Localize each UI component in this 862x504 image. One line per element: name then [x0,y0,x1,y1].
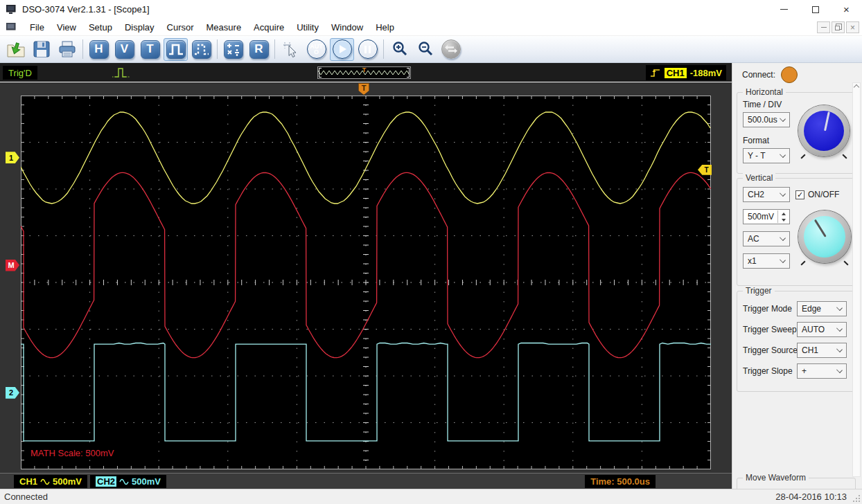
run-button[interactable] [330,38,354,61]
zoom-in-button[interactable] [387,38,412,61]
connect-status-indicator[interactable] [781,66,798,83]
cursor-icon [282,40,300,58]
vertical-button[interactable]: V [112,38,137,61]
menu-measure[interactable]: Measure [200,19,248,35]
ch2-scale: 500mV [132,476,161,487]
horizontal-icon: H [89,40,109,59]
transfer-button[interactable] [439,38,463,61]
spin-up-icon[interactable] [778,210,789,217]
chevron-down-icon [780,190,786,197]
menu-file[interactable]: File [24,19,51,35]
trigger-source-badge: CH1 [665,68,687,78]
document-icon [6,23,17,32]
trigger-source-select[interactable]: CH1 [797,343,847,358]
minimize-icon [780,9,788,10]
probe-select[interactable]: x1 [743,253,790,269]
horizontal-knob[interactable] [798,105,850,156]
mdi-restore-button[interactable] [832,21,845,33]
toolbar-separator [82,39,83,59]
chevron-down-icon [836,305,843,311]
mdi-minimize-button[interactable] [817,21,830,33]
math-button[interactable] [221,38,245,61]
vertical-knob[interactable] [798,210,851,263]
panel-scrollbar[interactable] [852,82,861,477]
trigger-position-marker[interactable]: T [358,83,369,95]
menu-view[interactable]: View [51,19,82,35]
menu-utility[interactable]: Utility [290,19,325,35]
save-button[interactable] [29,38,53,61]
auto-setup-button[interactable]: AUTO [304,38,328,61]
vertical-group-title: Vertical [743,173,775,183]
vertical-group: Vertical CH2 ✓ ON/OFF 500mV AC x1 [737,178,856,286]
trigger-sweep-label: Trigger Sweep [743,325,797,334]
channel-select[interactable]: CH2 [743,187,790,202]
trigger-level-readout: -188mV [690,68,722,78]
pulse-button[interactable] [164,38,188,61]
trigger-status-badge: Trig'D [3,66,37,80]
mdi-close-button[interactable]: × [846,21,859,33]
waveform-preview[interactable]: T [317,66,411,79]
trigger-mode-label: Trigger Mode [743,304,792,314]
trigger-readout: CH1 -188mV [646,65,726,80]
horizontal-group: Horizontal Time / DIV 500.0us Format Y -… [737,92,856,174]
control-panel: Connect: Horizontal Time / DIV 500.0us F… [732,63,862,489]
resize-grip[interactable] [853,495,860,502]
zoom-out-button[interactable] [413,38,437,61]
ch1-position-marker[interactable]: 1 [6,152,19,163]
minimize-button[interactable] [768,0,800,19]
auto-setup-icon: AUTO [310,44,324,55]
vertical-icon: V [115,40,134,59]
channel-onoff[interactable]: ✓ ON/OFF [795,190,839,199]
channel-info-bar: CH1 500mV CH2 500mV Time: 500.0us [0,473,732,489]
close-icon: × [843,4,850,15]
print-button[interactable] [55,38,79,61]
mdi-minimize-icon [821,27,827,28]
coupling-select[interactable]: AC [743,231,790,246]
close-button[interactable]: × [831,0,862,19]
cursor-button[interactable] [279,38,303,61]
zoom-in-icon [391,40,409,58]
pulse-icon [168,41,184,57]
toolbar-separator [217,39,218,59]
trigger-button[interactable]: T [138,38,162,61]
pause-icon [364,46,371,53]
trigger-sweep-select[interactable]: AUTO [797,322,847,337]
trigger-mode-select[interactable]: Edge [797,301,847,316]
maximize-icon [812,6,819,13]
pause-button[interactable] [355,38,380,61]
scroll-up-icon [854,84,859,90]
mdi-restore-icon [835,26,840,30]
trigger-slope-select[interactable]: + [797,363,847,379]
menu-cursor[interactable]: Cursor [161,19,200,35]
menu-acquire[interactable]: Acquire [247,19,290,35]
ref-button[interactable]: R [247,38,271,61]
time-div-label: Time / DIV [743,100,782,109]
trigger-group: Trigger Trigger Mode Edge Trigger Sweep … [737,291,856,392]
menu-bar: File View Setup Display Cursor Measure A… [0,19,862,36]
horizontal-button[interactable]: H [87,38,111,61]
trigger-group-title: Trigger [743,286,775,296]
format-select[interactable]: Y - T [743,148,790,163]
waveform-plot[interactable] [21,96,711,469]
volts-div-spinner[interactable]: 500mV [743,209,790,224]
pulse-dashed-button[interactable] [189,38,213,61]
trigger-source-label: Trigger Source [743,345,798,355]
ch2-position-marker[interactable]: 2 [6,387,19,399]
spin-down-icon[interactable] [778,217,789,223]
time-div-select[interactable]: 500.0us [743,112,790,127]
menu-help[interactable]: Help [369,19,401,35]
open-button[interactable] [3,38,28,61]
trigger-icon: T [141,40,160,59]
checkbox-checked-icon[interactable]: ✓ [795,190,804,199]
ch2-info-badge[interactable]: CH2 500mV [90,475,166,488]
math-position-marker[interactable]: M [6,260,19,271]
menu-setup[interactable]: Setup [82,19,118,35]
menu-window[interactable]: Window [325,19,369,35]
ch1-info-badge[interactable]: CH1 500mV [14,475,87,488]
maximize-button[interactable] [800,0,831,19]
menu-display[interactable]: Display [118,19,161,35]
move-waveform-title: Move Waveform [743,473,809,483]
chevron-down-icon [780,257,786,263]
ch2-label: CH2 [96,476,116,487]
scope-status-strip: Trig'D T CH1 -188mV [0,63,732,82]
